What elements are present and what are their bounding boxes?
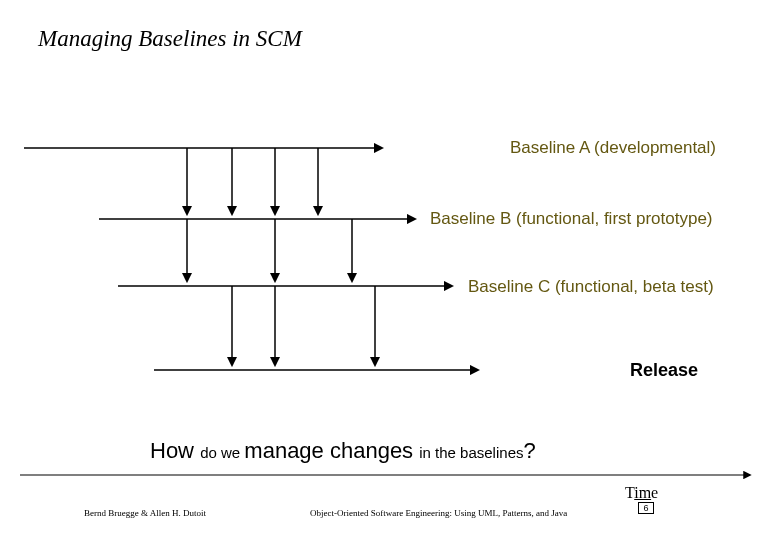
question-word: do we: [200, 444, 244, 461]
question-word: ?: [523, 438, 535, 463]
question-word: in the baselines: [419, 444, 523, 461]
baseline-c-label: Baseline C (functional, beta test): [468, 277, 714, 297]
time-label: Time: [625, 484, 658, 502]
footer-book-title: Object-Oriented Software Engineering: Us…: [310, 508, 567, 518]
time-label-part: im: [634, 484, 651, 501]
baseline-a-label: Baseline A (developmental): [510, 138, 716, 158]
page-number-badge: 6: [638, 502, 654, 514]
question-word: How: [150, 438, 200, 463]
baseline-b-label: Baseline B (functional, first prototype): [430, 209, 713, 229]
time-label-part: e: [651, 484, 658, 501]
footer-authors: Bernd Bruegge & Allen H. Dutoit: [84, 508, 206, 518]
question-word: manage changes: [244, 438, 419, 463]
question-text: How do we manage changes in the baseline…: [150, 438, 536, 464]
release-label: Release: [630, 360, 698, 381]
time-label-part: T: [625, 484, 634, 501]
